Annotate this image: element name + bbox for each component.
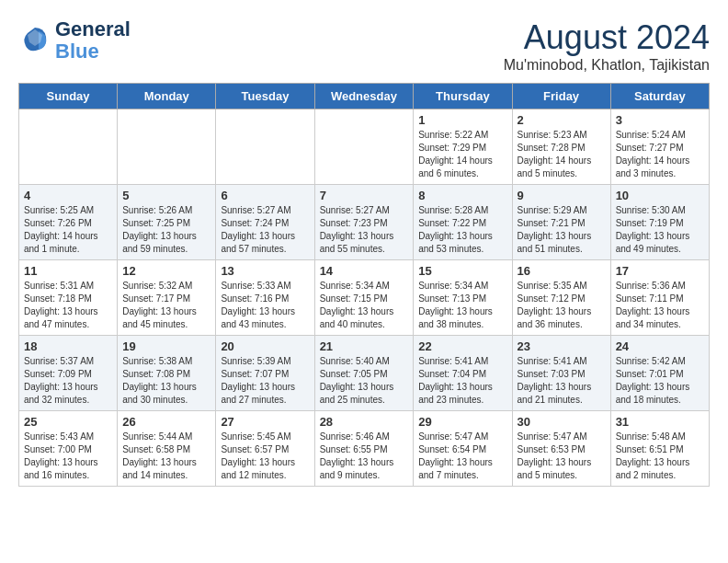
logo-text: General Blue xyxy=(55,18,131,63)
day-cell: 23Sunrise: 5:41 AM Sunset: 7:03 PM Dayli… xyxy=(512,336,610,411)
day-cell: 30Sunrise: 5:47 AM Sunset: 6:53 PM Dayli… xyxy=(512,411,610,487)
day-number: 19 xyxy=(122,339,210,353)
day-cell: 6Sunrise: 5:27 AM Sunset: 7:24 PM Daylig… xyxy=(216,185,314,260)
day-info: Sunrise: 5:44 AM Sunset: 6:58 PM Dayligh… xyxy=(122,431,210,482)
day-number: 8 xyxy=(418,189,506,202)
day-cell xyxy=(118,109,216,185)
header-cell-tuesday: Tuesday xyxy=(216,84,314,109)
day-number: 22 xyxy=(418,339,506,353)
day-cell xyxy=(216,109,314,185)
week-row-5: 25Sunrise: 5:43 AM Sunset: 7:00 PM Dayli… xyxy=(19,411,710,487)
day-cell: 5Sunrise: 5:26 AM Sunset: 7:25 PM Daylig… xyxy=(118,185,216,260)
week-row-2: 4Sunrise: 5:25 AM Sunset: 7:26 PM Daylig… xyxy=(19,185,710,260)
logo: General Blue xyxy=(18,18,131,63)
day-info: Sunrise: 5:47 AM Sunset: 6:54 PM Dayligh… xyxy=(418,431,506,482)
day-info: Sunrise: 5:26 AM Sunset: 7:25 PM Dayligh… xyxy=(122,204,210,256)
day-cell: 19Sunrise: 5:38 AM Sunset: 7:08 PM Dayli… xyxy=(118,336,216,411)
day-info: Sunrise: 5:46 AM Sunset: 6:55 PM Dayligh… xyxy=(320,431,409,482)
day-info: Sunrise: 5:45 AM Sunset: 6:57 PM Dayligh… xyxy=(221,431,309,482)
day-info: Sunrise: 5:35 AM Sunset: 7:12 PM Dayligh… xyxy=(518,280,606,331)
day-info: Sunrise: 5:28 AM Sunset: 7:22 PM Dayligh… xyxy=(418,204,506,256)
day-cell: 18Sunrise: 5:37 AM Sunset: 7:09 PM Dayli… xyxy=(19,336,118,411)
day-cell xyxy=(19,109,118,185)
header-cell-friday: Friday xyxy=(512,84,610,109)
day-cell: 15Sunrise: 5:34 AM Sunset: 7:13 PM Dayli… xyxy=(414,260,512,336)
day-cell: 4Sunrise: 5:25 AM Sunset: 7:26 PM Daylig… xyxy=(19,185,118,260)
day-number: 31 xyxy=(616,415,704,429)
day-number: 4 xyxy=(24,189,112,202)
calendar-table: SundayMondayTuesdayWednesdayThursdayFrid… xyxy=(18,83,710,487)
day-number: 15 xyxy=(418,264,506,278)
day-cell: 12Sunrise: 5:32 AM Sunset: 7:17 PM Dayli… xyxy=(118,260,216,336)
day-cell: 29Sunrise: 5:47 AM Sunset: 6:54 PM Dayli… xyxy=(414,411,512,487)
day-info: Sunrise: 5:23 AM Sunset: 7:28 PM Dayligh… xyxy=(518,129,606,180)
day-number: 20 xyxy=(221,339,309,353)
day-cell: 27Sunrise: 5:45 AM Sunset: 6:57 PM Dayli… xyxy=(216,411,314,487)
day-number: 9 xyxy=(518,189,606,202)
day-number: 12 xyxy=(122,264,210,278)
week-row-4: 18Sunrise: 5:37 AM Sunset: 7:09 PM Dayli… xyxy=(19,336,710,411)
day-number: 28 xyxy=(320,415,409,429)
day-cell: 14Sunrise: 5:34 AM Sunset: 7:15 PM Dayli… xyxy=(314,260,414,336)
day-number: 24 xyxy=(616,339,704,353)
day-number: 10 xyxy=(616,189,704,202)
day-info: Sunrise: 5:27 AM Sunset: 7:23 PM Dayligh… xyxy=(320,204,409,256)
day-info: Sunrise: 5:25 AM Sunset: 7:26 PM Dayligh… xyxy=(24,204,112,256)
header-cell-saturday: Saturday xyxy=(610,84,709,109)
day-info: Sunrise: 5:41 AM Sunset: 7:04 PM Dayligh… xyxy=(418,355,506,407)
day-info: Sunrise: 5:33 AM Sunset: 7:16 PM Dayligh… xyxy=(221,280,309,331)
day-number: 18 xyxy=(24,339,112,353)
header-cell-wednesday: Wednesday xyxy=(314,84,414,109)
day-cell: 25Sunrise: 5:43 AM Sunset: 7:00 PM Dayli… xyxy=(19,411,118,487)
day-cell: 21Sunrise: 5:40 AM Sunset: 7:05 PM Dayli… xyxy=(314,336,414,411)
day-info: Sunrise: 5:41 AM Sunset: 7:03 PM Dayligh… xyxy=(518,355,606,407)
subtitle: Mu'minobod, Khatlon, Tajikistan xyxy=(504,57,710,74)
day-info: Sunrise: 5:34 AM Sunset: 7:15 PM Dayligh… xyxy=(320,280,409,331)
day-number: 27 xyxy=(221,415,309,429)
day-cell xyxy=(314,109,414,185)
day-info: Sunrise: 5:47 AM Sunset: 6:53 PM Dayligh… xyxy=(518,431,606,482)
day-info: Sunrise: 5:48 AM Sunset: 6:51 PM Dayligh… xyxy=(616,431,704,482)
day-info: Sunrise: 5:40 AM Sunset: 7:05 PM Dayligh… xyxy=(320,355,409,407)
week-row-3: 11Sunrise: 5:31 AM Sunset: 7:18 PM Dayli… xyxy=(19,260,710,336)
day-cell: 8Sunrise: 5:28 AM Sunset: 7:22 PM Daylig… xyxy=(414,185,512,260)
day-info: Sunrise: 5:43 AM Sunset: 7:00 PM Dayligh… xyxy=(24,431,112,482)
day-cell: 9Sunrise: 5:29 AM Sunset: 7:21 PM Daylig… xyxy=(512,185,610,260)
day-cell: 22Sunrise: 5:41 AM Sunset: 7:04 PM Dayli… xyxy=(414,336,512,411)
day-info: Sunrise: 5:39 AM Sunset: 7:07 PM Dayligh… xyxy=(221,355,309,407)
header: General Blue August 2024 Mu'minobod, Kha… xyxy=(18,18,710,74)
header-cell-sunday: Sunday xyxy=(19,84,118,109)
day-info: Sunrise: 5:37 AM Sunset: 7:09 PM Dayligh… xyxy=(24,355,112,407)
day-info: Sunrise: 5:36 AM Sunset: 7:11 PM Dayligh… xyxy=(616,280,704,331)
day-info: Sunrise: 5:34 AM Sunset: 7:13 PM Dayligh… xyxy=(418,280,506,331)
day-number: 11 xyxy=(24,264,112,278)
day-cell: 1Sunrise: 5:22 AM Sunset: 7:29 PM Daylig… xyxy=(414,109,512,185)
day-number: 2 xyxy=(518,113,606,127)
day-cell: 13Sunrise: 5:33 AM Sunset: 7:16 PM Dayli… xyxy=(216,260,314,336)
day-info: Sunrise: 5:29 AM Sunset: 7:21 PM Dayligh… xyxy=(518,204,606,256)
day-cell: 11Sunrise: 5:31 AM Sunset: 7:18 PM Dayli… xyxy=(19,260,118,336)
day-number: 26 xyxy=(122,415,210,429)
day-number: 6 xyxy=(221,189,309,202)
day-info: Sunrise: 5:30 AM Sunset: 7:19 PM Dayligh… xyxy=(616,204,704,256)
day-info: Sunrise: 5:22 AM Sunset: 7:29 PM Dayligh… xyxy=(418,129,506,180)
day-number: 21 xyxy=(320,339,409,353)
day-number: 7 xyxy=(320,189,409,202)
day-cell: 20Sunrise: 5:39 AM Sunset: 7:07 PM Dayli… xyxy=(216,336,314,411)
day-info: Sunrise: 5:31 AM Sunset: 7:18 PM Dayligh… xyxy=(24,280,112,331)
day-number: 17 xyxy=(616,264,704,278)
day-number: 29 xyxy=(418,415,506,429)
day-number: 13 xyxy=(221,264,309,278)
day-number: 23 xyxy=(518,339,606,353)
day-cell: 2Sunrise: 5:23 AM Sunset: 7:28 PM Daylig… xyxy=(512,109,610,185)
title-area: August 2024 Mu'minobod, Khatlon, Tajikis… xyxy=(504,18,710,74)
day-number: 1 xyxy=(418,113,506,127)
header-cell-monday: Monday xyxy=(118,84,216,109)
day-cell: 10Sunrise: 5:30 AM Sunset: 7:19 PM Dayli… xyxy=(610,185,709,260)
day-number: 25 xyxy=(24,415,112,429)
day-cell: 24Sunrise: 5:42 AM Sunset: 7:01 PM Dayli… xyxy=(610,336,709,411)
day-cell: 16Sunrise: 5:35 AM Sunset: 7:12 PM Dayli… xyxy=(512,260,610,336)
main-title: August 2024 xyxy=(504,18,710,57)
day-cell: 26Sunrise: 5:44 AM Sunset: 6:58 PM Dayli… xyxy=(118,411,216,487)
day-number: 14 xyxy=(320,264,409,278)
